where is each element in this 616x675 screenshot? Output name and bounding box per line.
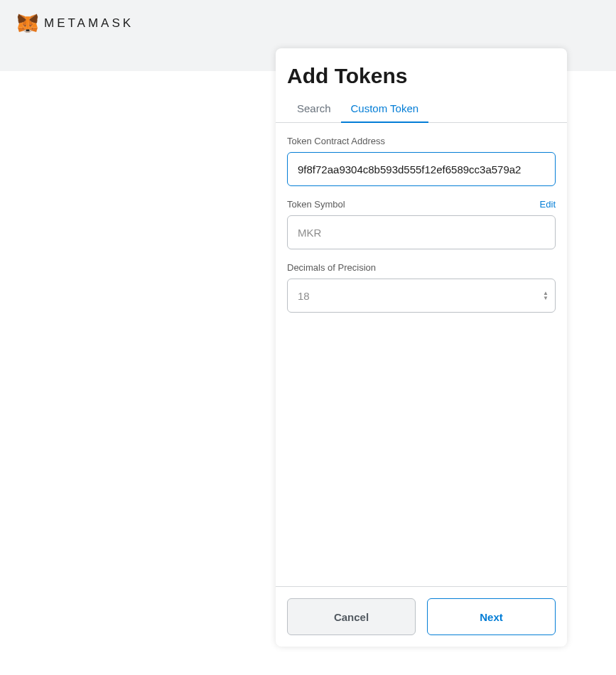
metamask-fox-icon bbox=[17, 14, 38, 33]
contract-address-field: Token Contract Address bbox=[287, 136, 556, 186]
brand-logo: METAMASK bbox=[17, 14, 134, 33]
contract-address-input[interactable] bbox=[287, 152, 556, 186]
token-symbol-label: Token Symbol bbox=[287, 199, 345, 210]
token-symbol-field: Token Symbol Edit bbox=[287, 199, 556, 249]
cancel-button[interactable]: Cancel bbox=[287, 598, 416, 635]
form-area: Token Contract Address Token Symbol Edit… bbox=[276, 123, 567, 586]
modal-footer: Cancel Next bbox=[276, 586, 567, 647]
tab-search[interactable]: Search bbox=[287, 94, 341, 123]
next-button[interactable]: Next bbox=[427, 598, 556, 635]
app-header: METAMASK bbox=[0, 0, 616, 47]
stepper-icon[interactable]: ▲ ▼ bbox=[543, 291, 549, 301]
edit-symbol-link[interactable]: Edit bbox=[540, 199, 556, 210]
decimals-field: Decimals of Precision ▲ ▼ bbox=[287, 262, 556, 313]
add-tokens-modal: Add Tokens Search Custom Token Token Con… bbox=[276, 48, 567, 647]
decimals-label: Decimals of Precision bbox=[287, 262, 376, 273]
token-symbol-input[interactable] bbox=[287, 215, 556, 249]
contract-address-label: Token Contract Address bbox=[287, 136, 385, 146]
tabs: Search Custom Token bbox=[276, 94, 567, 123]
decimals-input[interactable] bbox=[287, 279, 556, 313]
modal-title: Add Tokens bbox=[276, 48, 567, 94]
tab-custom-token[interactable]: Custom Token bbox=[341, 94, 429, 123]
brand-name: METAMASK bbox=[44, 16, 134, 31]
